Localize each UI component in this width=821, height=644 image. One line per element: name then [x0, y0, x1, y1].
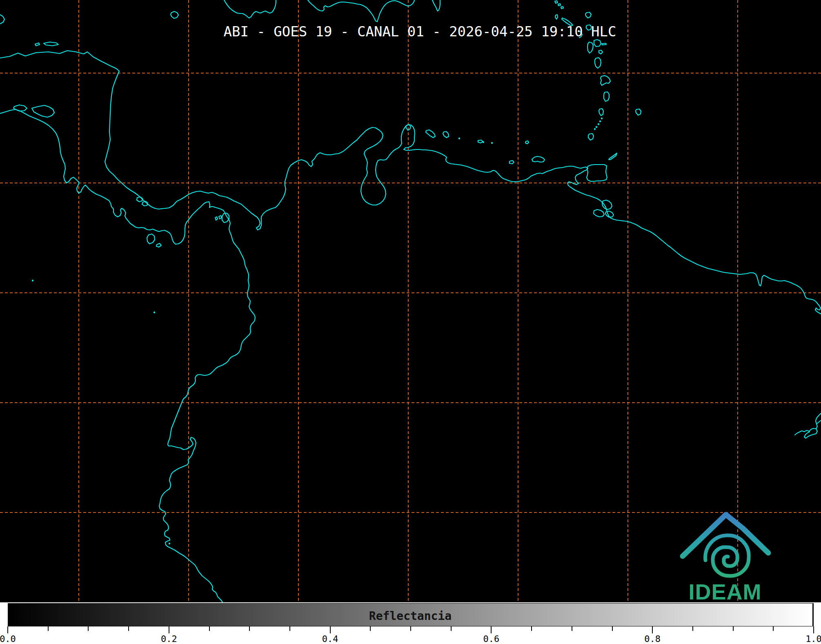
- island-dot: [601, 118, 603, 119]
- colorbar-tick: [289, 626, 290, 631]
- colorbar-tick: [410, 626, 411, 631]
- cayman: [171, 11, 178, 18]
- trinidad: [587, 165, 607, 181]
- colorbar-tick: [813, 626, 814, 633]
- caribbean-mainland-coast: [0, 51, 821, 314]
- curacao: [426, 130, 435, 138]
- antilles-speck-3: [561, 7, 563, 9]
- bonaire: [443, 131, 449, 138]
- island-dot: [154, 312, 155, 313]
- hispaniola-south-coast: [308, 0, 414, 22]
- dominica: [595, 58, 601, 68]
- antilles-speck-1: [555, 1, 558, 3]
- island-dot: [491, 142, 493, 144]
- colorbar-tick: [209, 626, 210, 631]
- margarita: [532, 156, 545, 162]
- bay-island-1: [35, 43, 40, 46]
- colorbar-tick: [733, 626, 734, 631]
- hispaniola-east-cape: [432, 0, 440, 11]
- amazon-river-spur: [817, 421, 821, 424]
- ideam-logo: IDEAM: [679, 511, 772, 603]
- colorbar-tick: [330, 626, 331, 633]
- colorbar-tick: [48, 626, 49, 631]
- orinoco-delta-2: [594, 209, 604, 217]
- colorbar-tick: [451, 626, 452, 631]
- colorbar-tick: [612, 626, 613, 631]
- st-lucia: [604, 92, 609, 101]
- left-edge-arc: [0, 15, 4, 24]
- island-dot: [598, 123, 599, 125]
- colorbar-tick: [128, 626, 129, 631]
- island-dot: [599, 120, 601, 122]
- jamaica-south-coast: [224, 0, 276, 18]
- barbados: [636, 109, 641, 115]
- marie-galante: [599, 50, 603, 54]
- guadeloupe-west: [587, 42, 593, 53]
- colorbar-area: Reflectancia 0.00.20.40.60.81.0: [0, 602, 821, 644]
- colorbar-tick: [7, 626, 8, 633]
- island-dot: [596, 126, 597, 128]
- colorbar-tick-label: 0.2: [161, 635, 177, 644]
- satellite-map: ABI - GOES 19 - CANAL 01 - 2026-04-25 19…: [0, 0, 821, 602]
- colorbar-tick-label: 0.0: [0, 635, 16, 644]
- antigua: [585, 12, 591, 18]
- colorbar-tick-label: 0.4: [322, 635, 338, 644]
- pacific-mainland-coast: [0, 109, 255, 602]
- colorbar-tick: [370, 626, 371, 631]
- map-title: ABI - GOES 19 - CANAL 01 - 2026-04-25 19…: [0, 23, 821, 40]
- colorbar-tick: [249, 626, 250, 631]
- lake-managua: [13, 105, 27, 111]
- orinoco-delta-1: [602, 200, 612, 209]
- colorbar-tick: [531, 626, 532, 631]
- colorbar-label: Reflectancia: [8, 609, 812, 623]
- martinique: [601, 76, 610, 85]
- pearl-island-2: [219, 216, 222, 219]
- colorbar-tick: [88, 626, 89, 631]
- colorbar-tick: [773, 626, 774, 631]
- cebaco: [156, 243, 161, 247]
- colorbar-tick-label: 0.8: [644, 635, 661, 644]
- colorbar-tick: [169, 626, 169, 633]
- goes-satellite-image: ABI - GOES 19 - CANAL 01 - 2026-04-25 19…: [0, 0, 821, 644]
- colorbar-tick: [692, 626, 693, 631]
- bay-island-2: [44, 42, 58, 46]
- hurricane-swirl-icon: [705, 535, 749, 576]
- island-dot: [594, 128, 596, 130]
- island-dot: [458, 138, 460, 139]
- los-roques: [478, 140, 483, 143]
- colorbar-tick: [652, 626, 653, 633]
- ideam-logo-text: IDEAM: [679, 579, 772, 604]
- lake-nicaragua: [32, 105, 54, 117]
- st-vincent: [599, 109, 603, 116]
- island-dot: [483, 141, 484, 143]
- reflectance-colorbar: Reflectancia: [8, 603, 814, 626]
- colorbar-tick: [572, 626, 572, 631]
- coiba: [147, 234, 155, 244]
- tobago: [609, 153, 617, 160]
- antilles-speck-2: [558, 4, 561, 6]
- colorbar-tick-label: 1.0: [805, 635, 821, 644]
- island-dot: [169, 543, 170, 544]
- colorbar-tick: [491, 626, 492, 633]
- guadeloupe-east: [594, 40, 601, 47]
- grenada: [588, 134, 594, 140]
- colorbar-tick-label: 0.6: [483, 635, 500, 644]
- antilles-sliver: [555, 15, 558, 19]
- bocas-lagoon-1: [137, 197, 142, 202]
- ideam-logo-mark: [679, 511, 772, 582]
- la-orchila: [510, 160, 514, 164]
- pearl-island-3: [215, 217, 218, 220]
- island-dot: [32, 280, 33, 281]
- la-tortuga: [525, 141, 529, 144]
- desirade: [602, 43, 606, 45]
